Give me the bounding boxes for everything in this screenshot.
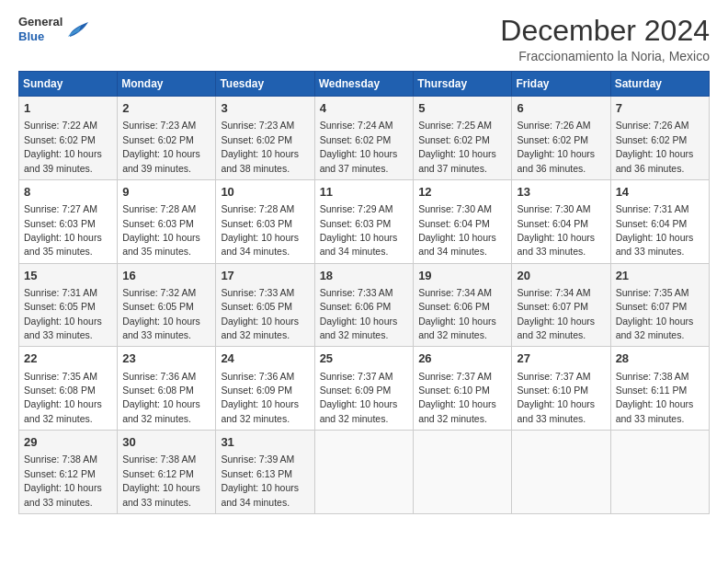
calendar-table: SundayMondayTuesdayWednesdayThursdayFrid… xyxy=(18,71,710,514)
calendar-cell: 9Sunrise: 7:28 AMSunset: 6:03 PMDaylight… xyxy=(118,179,216,263)
day-info: Sunrise: 7:33 AMSunset: 6:06 PMDaylight:… xyxy=(320,287,398,340)
day-info: Sunrise: 7:30 AMSunset: 6:04 PMDaylight:… xyxy=(418,203,496,257)
logo-general: General xyxy=(18,15,63,29)
day-info: Sunrise: 7:37 AMSunset: 6:09 PMDaylight:… xyxy=(320,371,398,424)
day-number: 25 xyxy=(320,350,409,367)
day-info: Sunrise: 7:37 AMSunset: 6:10 PMDaylight:… xyxy=(517,371,595,424)
day-number: 8 xyxy=(24,184,112,201)
calendar-cell: 12Sunrise: 7:30 AMSunset: 6:04 PMDayligh… xyxy=(414,179,512,263)
location-subtitle: Fraccionamiento la Noria, Mexico xyxy=(500,49,710,63)
day-info: Sunrise: 7:23 AMSunset: 6:02 PMDaylight:… xyxy=(221,120,299,173)
day-info: Sunrise: 7:24 AMSunset: 6:02 PMDaylight:… xyxy=(320,120,398,173)
calendar-cell: 25Sunrise: 7:37 AMSunset: 6:09 PMDayligh… xyxy=(314,347,414,431)
day-header-saturday: Saturday xyxy=(610,72,709,97)
logo: General Blue xyxy=(18,15,90,43)
calendar-cell: 11Sunrise: 7:29 AMSunset: 6:03 PMDayligh… xyxy=(314,179,414,263)
day-number: 6 xyxy=(517,100,605,117)
calendar-cell: 4Sunrise: 7:24 AMSunset: 6:02 PMDaylight… xyxy=(314,97,414,180)
day-number: 2 xyxy=(122,100,210,117)
day-info: Sunrise: 7:31 AMSunset: 6:05 PMDaylight:… xyxy=(24,287,102,340)
logo-text: General Blue xyxy=(18,15,63,43)
day-number: 16 xyxy=(122,268,210,284)
calendar-cell: 30Sunrise: 7:38 AMSunset: 6:12 PMDayligh… xyxy=(118,431,216,514)
calendar-cell xyxy=(314,431,414,514)
calendar-week-4: 22Sunrise: 7:35 AMSunset: 6:08 PMDayligh… xyxy=(19,347,710,431)
day-info: Sunrise: 7:25 AMSunset: 6:02 PMDaylight:… xyxy=(418,120,496,173)
day-number: 14 xyxy=(616,184,704,201)
calendar-body: 1Sunrise: 7:22 AMSunset: 6:02 PMDaylight… xyxy=(19,97,710,514)
day-number: 9 xyxy=(122,184,210,201)
calendar-cell: 7Sunrise: 7:26 AMSunset: 6:02 PMDaylight… xyxy=(610,97,709,180)
day-number: 30 xyxy=(122,434,210,451)
calendar-cell: 13Sunrise: 7:30 AMSunset: 6:04 PMDayligh… xyxy=(512,179,610,263)
calendar-cell: 16Sunrise: 7:32 AMSunset: 6:05 PMDayligh… xyxy=(118,263,216,347)
day-header-thursday: Thursday xyxy=(414,72,512,97)
calendar-cell: 5Sunrise: 7:25 AMSunset: 6:02 PMDaylight… xyxy=(414,97,512,180)
day-number: 3 xyxy=(221,100,309,117)
day-info: Sunrise: 7:27 AMSunset: 6:03 PMDaylight:… xyxy=(24,203,102,257)
day-info: Sunrise: 7:26 AMSunset: 6:02 PMDaylight:… xyxy=(616,120,694,173)
day-number: 29 xyxy=(24,434,112,451)
day-info: Sunrise: 7:34 AMSunset: 6:06 PMDaylight:… xyxy=(418,287,496,340)
calendar-cell: 17Sunrise: 7:33 AMSunset: 6:05 PMDayligh… xyxy=(216,263,314,347)
calendar-cell: 23Sunrise: 7:36 AMSunset: 6:08 PMDayligh… xyxy=(118,347,216,431)
logo-blue: Blue xyxy=(18,29,63,44)
calendar-week-1: 1Sunrise: 7:22 AMSunset: 6:02 PMDaylight… xyxy=(19,97,710,180)
day-number: 5 xyxy=(418,100,506,117)
day-info: Sunrise: 7:31 AMSunset: 6:04 PMDaylight:… xyxy=(616,203,694,257)
day-info: Sunrise: 7:33 AMSunset: 6:05 PMDaylight:… xyxy=(221,287,299,340)
day-number: 22 xyxy=(24,350,112,367)
day-number: 7 xyxy=(616,100,704,117)
day-info: Sunrise: 7:35 AMSunset: 6:07 PMDaylight:… xyxy=(616,287,694,340)
calendar-cell xyxy=(610,431,709,514)
title-section: December 2024 Fraccionamiento la Noria, … xyxy=(500,15,710,63)
day-info: Sunrise: 7:36 AMSunset: 6:08 PMDaylight:… xyxy=(122,371,200,424)
calendar-title: December 2024 xyxy=(500,15,710,47)
calendar-cell: 1Sunrise: 7:22 AMSunset: 6:02 PMDaylight… xyxy=(19,97,118,180)
calendar-cell: 6Sunrise: 7:26 AMSunset: 6:02 PMDaylight… xyxy=(512,97,610,180)
day-number: 31 xyxy=(221,434,309,451)
day-number: 15 xyxy=(24,268,112,284)
day-header-tuesday: Tuesday xyxy=(216,72,314,97)
day-info: Sunrise: 7:29 AMSunset: 6:03 PMDaylight:… xyxy=(320,203,398,257)
calendar-cell: 15Sunrise: 7:31 AMSunset: 6:05 PMDayligh… xyxy=(19,263,118,347)
calendar-week-3: 15Sunrise: 7:31 AMSunset: 6:05 PMDayligh… xyxy=(19,263,710,347)
calendar-cell: 22Sunrise: 7:35 AMSunset: 6:08 PMDayligh… xyxy=(19,347,118,431)
day-number: 23 xyxy=(122,350,210,367)
day-header-wednesday: Wednesday xyxy=(314,72,414,97)
calendar-cell: 27Sunrise: 7:37 AMSunset: 6:10 PMDayligh… xyxy=(512,347,610,431)
day-number: 24 xyxy=(221,350,309,367)
day-number: 17 xyxy=(221,268,309,284)
calendar-week-5: 29Sunrise: 7:38 AMSunset: 6:12 PMDayligh… xyxy=(19,431,710,514)
calendar-cell: 31Sunrise: 7:39 AMSunset: 6:13 PMDayligh… xyxy=(216,431,314,514)
day-info: Sunrise: 7:26 AMSunset: 6:02 PMDaylight:… xyxy=(517,120,595,173)
day-info: Sunrise: 7:38 AMSunset: 6:12 PMDaylight:… xyxy=(24,454,102,507)
calendar-cell: 20Sunrise: 7:34 AMSunset: 6:07 PMDayligh… xyxy=(512,263,610,347)
day-number: 28 xyxy=(616,350,704,367)
calendar-cell: 18Sunrise: 7:33 AMSunset: 6:06 PMDayligh… xyxy=(314,263,414,347)
calendar-cell: 2Sunrise: 7:23 AMSunset: 6:02 PMDaylight… xyxy=(118,97,216,180)
calendar-week-2: 8Sunrise: 7:27 AMSunset: 6:03 PMDaylight… xyxy=(19,179,710,263)
day-number: 1 xyxy=(24,100,112,117)
day-info: Sunrise: 7:37 AMSunset: 6:10 PMDaylight:… xyxy=(418,371,496,424)
day-number: 18 xyxy=(320,268,409,284)
day-number: 21 xyxy=(616,268,704,284)
calendar-cell: 8Sunrise: 7:27 AMSunset: 6:03 PMDaylight… xyxy=(19,179,118,263)
day-info: Sunrise: 7:28 AMSunset: 6:03 PMDaylight:… xyxy=(221,203,299,257)
day-info: Sunrise: 7:23 AMSunset: 6:02 PMDaylight:… xyxy=(122,120,200,173)
day-number: 20 xyxy=(517,268,605,284)
calendar-cell xyxy=(512,431,610,514)
day-info: Sunrise: 7:30 AMSunset: 6:04 PMDaylight:… xyxy=(517,203,595,257)
day-number: 12 xyxy=(418,184,506,201)
calendar-cell: 24Sunrise: 7:36 AMSunset: 6:09 PMDayligh… xyxy=(216,347,314,431)
calendar-header: SundayMondayTuesdayWednesdayThursdayFrid… xyxy=(19,72,710,97)
day-number: 26 xyxy=(418,350,506,367)
day-number: 19 xyxy=(418,268,506,284)
day-info: Sunrise: 7:38 AMSunset: 6:12 PMDaylight:… xyxy=(122,454,200,507)
calendar-cell: 29Sunrise: 7:38 AMSunset: 6:12 PMDayligh… xyxy=(19,431,118,514)
day-header-friday: Friday xyxy=(512,72,610,97)
calendar-cell: 3Sunrise: 7:23 AMSunset: 6:02 PMDaylight… xyxy=(216,97,314,180)
day-info: Sunrise: 7:28 AMSunset: 6:03 PMDaylight:… xyxy=(122,203,200,257)
day-info: Sunrise: 7:34 AMSunset: 6:07 PMDaylight:… xyxy=(517,287,595,340)
day-header-sunday: Sunday xyxy=(19,72,118,97)
